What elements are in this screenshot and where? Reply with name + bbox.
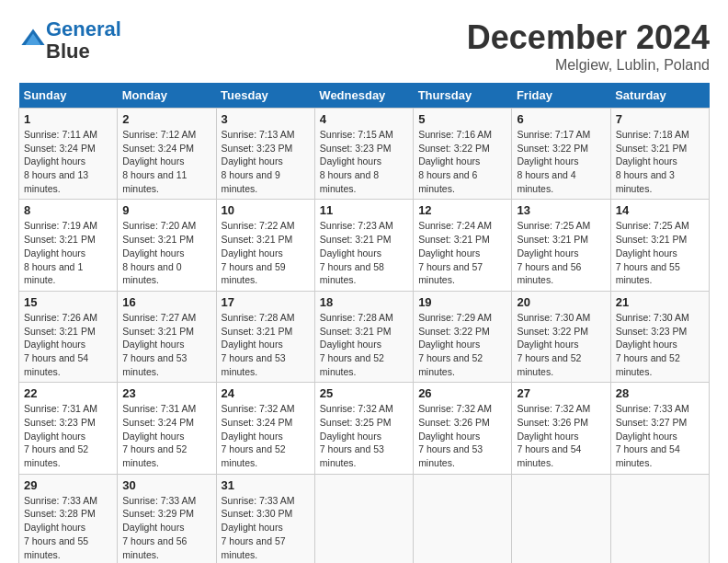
day-number-13: 13 <box>517 203 605 217</box>
day-cell-4: 4 Sunrise: 7:15 AM Sunset: 3:23 PM Dayli… <box>314 109 413 200</box>
day-cell-9: 9 Sunrise: 7:20 AM Sunset: 3:21 PM Dayli… <box>118 200 216 291</box>
day-info-30: Sunrise: 7:33 AM Sunset: 3:29 PM Dayligh… <box>122 494 210 561</box>
day-number-26: 26 <box>418 386 506 400</box>
day-cell-26: 26 Sunrise: 7:32 AM Sunset: 3:26 PM Dayl… <box>414 383 512 474</box>
day-cell-18: 18 Sunrise: 7:28 AM Sunset: 3:21 PM Dayl… <box>314 291 413 382</box>
day-number-11: 11 <box>320 203 408 217</box>
day-info-27: Sunrise: 7:32 AM Sunset: 3:26 PM Dayligh… <box>517 402 605 469</box>
day-info-28: Sunrise: 7:33 AM Sunset: 3:27 PM Dayligh… <box>616 402 704 469</box>
weekday-header-row: Sunday Monday Tuesday Wednesday Thursday… <box>19 83 710 109</box>
header-friday: Friday <box>512 83 610 109</box>
month-title: December 2024 <box>467 18 710 57</box>
day-info-6: Sunrise: 7:17 AM Sunset: 3:22 PM Dayligh… <box>517 128 605 195</box>
day-number-25: 25 <box>320 386 408 400</box>
day-info-7: Sunrise: 7:18 AM Sunset: 3:21 PM Dayligh… <box>616 128 704 195</box>
day-number-5: 5 <box>418 112 506 126</box>
header-thursday: Thursday <box>414 83 512 109</box>
day-info-2: Sunrise: 7:12 AM Sunset: 3:24 PM Dayligh… <box>122 128 210 195</box>
logo-text: GeneralBlue <box>46 18 121 63</box>
day-cell-6: 6 Sunrise: 7:17 AM Sunset: 3:22 PM Dayli… <box>512 109 610 200</box>
day-info-31: Sunrise: 7:33 AM Sunset: 3:30 PM Dayligh… <box>222 494 310 561</box>
day-cell-13: 13 Sunrise: 7:25 AM Sunset: 3:21 PM Dayl… <box>512 200 610 291</box>
day-number-20: 20 <box>517 295 605 309</box>
day-cell-15: 15 Sunrise: 7:26 AM Sunset: 3:21 PM Dayl… <box>19 291 118 382</box>
day-number-17: 17 <box>222 295 310 309</box>
header-wednesday: Wednesday <box>314 83 413 109</box>
day-cell-31: 31 Sunrise: 7:33 AM Sunset: 3:30 PM Dayl… <box>216 474 314 563</box>
day-cell-8: 8 Sunrise: 7:19 AM Sunset: 3:21 PM Dayli… <box>19 200 118 291</box>
day-number-2: 2 <box>122 112 210 126</box>
day-info-21: Sunrise: 7:30 AM Sunset: 3:23 PM Dayligh… <box>616 311 704 378</box>
day-cell-11: 11 Sunrise: 7:23 AM Sunset: 3:21 PM Dayl… <box>314 200 413 291</box>
day-info-13: Sunrise: 7:25 AM Sunset: 3:21 PM Dayligh… <box>517 219 605 286</box>
day-cell-24: 24 Sunrise: 7:32 AM Sunset: 3:24 PM Dayl… <box>216 383 314 474</box>
empty-cell <box>414 474 512 563</box>
day-number-28: 28 <box>616 386 704 400</box>
day-number-15: 15 <box>24 295 112 309</box>
day-cell-5: 5 Sunrise: 7:16 AM Sunset: 3:22 PM Dayli… <box>414 109 512 200</box>
day-info-16: Sunrise: 7:27 AM Sunset: 3:21 PM Dayligh… <box>122 311 210 378</box>
day-info-17: Sunrise: 7:28 AM Sunset: 3:21 PM Dayligh… <box>222 311 310 378</box>
header-sunday: Sunday <box>19 83 118 109</box>
day-info-9: Sunrise: 7:20 AM Sunset: 3:21 PM Dayligh… <box>122 219 210 286</box>
day-info-11: Sunrise: 7:23 AM Sunset: 3:21 PM Dayligh… <box>320 219 408 286</box>
day-number-31: 31 <box>222 478 310 492</box>
day-info-10: Sunrise: 7:22 AM Sunset: 3:21 PM Dayligh… <box>222 219 310 286</box>
day-cell-25: 25 Sunrise: 7:32 AM Sunset: 3:25 PM Dayl… <box>314 383 413 474</box>
day-number-9: 9 <box>122 203 210 217</box>
day-number-8: 8 <box>24 203 112 217</box>
day-info-19: Sunrise: 7:29 AM Sunset: 3:22 PM Dayligh… <box>418 311 506 378</box>
day-info-25: Sunrise: 7:32 AM Sunset: 3:25 PM Dayligh… <box>320 402 408 469</box>
day-cell-29: 29 Sunrise: 7:33 AM Sunset: 3:28 PM Dayl… <box>19 474 118 563</box>
header-saturday: Saturday <box>610 83 709 109</box>
day-cell-3: 3 Sunrise: 7:13 AM Sunset: 3:23 PM Dayli… <box>216 109 314 200</box>
header-tuesday: Tuesday <box>216 83 314 109</box>
day-number-4: 4 <box>320 112 408 126</box>
day-cell-14: 14 Sunrise: 7:25 AM Sunset: 3:21 PM Dayl… <box>610 200 709 291</box>
day-info-8: Sunrise: 7:19 AM Sunset: 3:21 PM Dayligh… <box>24 219 112 286</box>
day-number-6: 6 <box>517 112 605 126</box>
logo-icon <box>20 26 46 52</box>
calendar-row-4: 22 Sunrise: 7:31 AM Sunset: 3:23 PM Dayl… <box>19 383 710 474</box>
day-cell-21: 21 Sunrise: 7:30 AM Sunset: 3:23 PM Dayl… <box>610 291 709 382</box>
day-info-20: Sunrise: 7:30 AM Sunset: 3:22 PM Dayligh… <box>517 311 605 378</box>
day-cell-1: 1 Sunrise: 7:11 AM Sunset: 3:24 PM Dayli… <box>19 109 118 200</box>
day-info-1: Sunrise: 7:11 AM Sunset: 3:24 PM Dayligh… <box>24 128 112 195</box>
calendar-table: Sunday Monday Tuesday Wednesday Thursday… <box>18 83 710 563</box>
page-header: GeneralBlue December 2024 Melgiew, Lubli… <box>18 18 710 74</box>
empty-cell <box>512 474 610 563</box>
day-number-29: 29 <box>24 478 112 492</box>
logo: GeneralBlue <box>18 18 121 63</box>
day-cell-28: 28 Sunrise: 7:33 AM Sunset: 3:27 PM Dayl… <box>610 383 709 474</box>
day-number-18: 18 <box>320 295 408 309</box>
empty-cell <box>610 474 709 563</box>
day-info-18: Sunrise: 7:28 AM Sunset: 3:21 PM Dayligh… <box>320 311 408 378</box>
day-cell-17: 17 Sunrise: 7:28 AM Sunset: 3:21 PM Dayl… <box>216 291 314 382</box>
day-info-14: Sunrise: 7:25 AM Sunset: 3:21 PM Dayligh… <box>616 219 704 286</box>
day-info-23: Sunrise: 7:31 AM Sunset: 3:24 PM Dayligh… <box>122 402 210 469</box>
empty-cell <box>314 474 413 563</box>
day-info-4: Sunrise: 7:15 AM Sunset: 3:23 PM Dayligh… <box>320 128 408 195</box>
day-number-1: 1 <box>24 112 112 126</box>
day-cell-30: 30 Sunrise: 7:33 AM Sunset: 3:29 PM Dayl… <box>118 474 216 563</box>
day-number-24: 24 <box>222 386 310 400</box>
day-cell-19: 19 Sunrise: 7:29 AM Sunset: 3:22 PM Dayl… <box>414 291 512 382</box>
day-number-10: 10 <box>222 203 310 217</box>
day-cell-22: 22 Sunrise: 7:31 AM Sunset: 3:23 PM Dayl… <box>19 383 118 474</box>
day-cell-10: 10 Sunrise: 7:22 AM Sunset: 3:21 PM Dayl… <box>216 200 314 291</box>
day-cell-27: 27 Sunrise: 7:32 AM Sunset: 3:26 PM Dayl… <box>512 383 610 474</box>
day-number-22: 22 <box>24 386 112 400</box>
header-monday: Monday <box>118 83 216 109</box>
day-info-22: Sunrise: 7:31 AM Sunset: 3:23 PM Dayligh… <box>24 402 112 469</box>
calendar-row-5: 29 Sunrise: 7:33 AM Sunset: 3:28 PM Dayl… <box>19 474 710 563</box>
day-cell-2: 2 Sunrise: 7:12 AM Sunset: 3:24 PM Dayli… <box>118 109 216 200</box>
day-cell-16: 16 Sunrise: 7:27 AM Sunset: 3:21 PM Dayl… <box>118 291 216 382</box>
day-number-23: 23 <box>122 386 210 400</box>
location: Melgiew, Lublin, Poland <box>467 57 710 74</box>
day-info-15: Sunrise: 7:26 AM Sunset: 3:21 PM Dayligh… <box>24 311 112 378</box>
day-number-30: 30 <box>122 478 210 492</box>
day-number-3: 3 <box>222 112 310 126</box>
day-number-16: 16 <box>122 295 210 309</box>
day-number-21: 21 <box>616 295 704 309</box>
title-block: December 2024 Melgiew, Lublin, Poland <box>467 18 710 74</box>
